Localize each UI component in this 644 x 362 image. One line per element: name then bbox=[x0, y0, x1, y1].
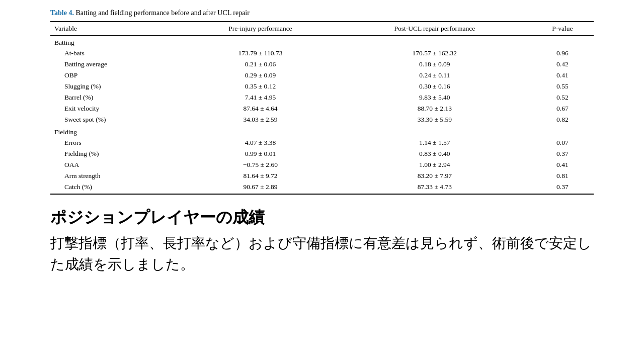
cell-pval: 0.81 bbox=[531, 170, 594, 182]
cell-pre: 87.64 ± 4.64 bbox=[183, 103, 338, 114]
cell-variable: Barrel (%) bbox=[50, 92, 183, 103]
cell-post: 9.83 ± 5.40 bbox=[338, 92, 531, 103]
col-variable: Variable bbox=[50, 22, 183, 36]
cell-pre: 173.79 ± 110.73 bbox=[183, 48, 338, 59]
cell-variable: Errors bbox=[50, 137, 183, 148]
table-row: OAA−0.75 ± 2.601.00 ± 2.940.41 bbox=[50, 159, 594, 170]
performance-table: Variable Pre-injury performance Post-UCL… bbox=[50, 21, 594, 195]
table-row: OBP0.29 ± 0.090.24 ± 0.110.41 bbox=[50, 70, 594, 81]
japanese-title: ポジションプレイヤーの成績 bbox=[50, 207, 594, 229]
cell-pval: 0.37 bbox=[531, 182, 594, 194]
japanese-section: ポジションプレイヤーの成績 打撃指標（打率、長打率など）および守備指標に有意差は… bbox=[50, 207, 594, 275]
table-label: Table 4. bbox=[50, 9, 74, 17]
section-label: Fielding bbox=[50, 125, 594, 137]
cell-pre: 81.64 ± 9.72 bbox=[183, 170, 338, 182]
table-caption: Table 4. Batting and fielding performanc… bbox=[50, 9, 594, 17]
table-row: Catch (%)90.67 ± 2.8987.33 ± 4.730.37 bbox=[50, 182, 594, 194]
table-row: Barrel (%)7.41 ± 4.959.83 ± 5.400.52 bbox=[50, 92, 594, 103]
cell-variable: Fielding (%) bbox=[50, 148, 183, 159]
cell-pre: 7.41 ± 4.95 bbox=[183, 92, 338, 103]
cell-post: 83.20 ± 7.97 bbox=[338, 170, 531, 182]
table-row: Errors4.07 ± 3.381.14 ± 1.570.07 bbox=[50, 137, 594, 148]
cell-pval: 0.52 bbox=[531, 92, 594, 103]
cell-pre: −0.75 ± 2.60 bbox=[183, 159, 338, 170]
table-row: Slugging (%)0.35 ± 0.120.30 ± 0.160.55 bbox=[50, 81, 594, 92]
table-row: Fielding (%)0.99 ± 0.010.83 ± 0.400.37 bbox=[50, 148, 594, 159]
cell-pre: 0.35 ± 0.12 bbox=[183, 81, 338, 92]
cell-post: 0.18 ± 0.09 bbox=[338, 59, 531, 70]
cell-pval: 0.55 bbox=[531, 81, 594, 92]
cell-pval: 0.37 bbox=[531, 148, 594, 159]
col-post: Post-UCL repair performance bbox=[338, 22, 531, 36]
cell-post: 0.83 ± 0.40 bbox=[338, 148, 531, 159]
cell-pre: 0.21 ± 0.06 bbox=[183, 59, 338, 70]
cell-pre: 0.99 ± 0.01 bbox=[183, 148, 338, 159]
cell-variable: OBP bbox=[50, 70, 183, 81]
col-pre: Pre-injury performance bbox=[183, 22, 338, 36]
cell-post: 0.24 ± 0.11 bbox=[338, 70, 531, 81]
table-row: Exit velocity87.64 ± 4.6488.70 ± 2.130.6… bbox=[50, 103, 594, 114]
cell-post: 1.00 ± 2.94 bbox=[338, 159, 531, 170]
cell-pre: 90.67 ± 2.89 bbox=[183, 182, 338, 194]
page-container: Table 4. Batting and fielding performanc… bbox=[0, 0, 644, 362]
caption-text: Batting and fielding performance before … bbox=[74, 9, 250, 17]
cell-pval: 0.96 bbox=[531, 48, 594, 59]
table-row: At-bats173.79 ± 110.73170.57 ± 162.320.9… bbox=[50, 48, 594, 59]
cell-variable: Slugging (%) bbox=[50, 81, 183, 92]
table-row: Batting average0.21 ± 0.060.18 ± 0.090.4… bbox=[50, 59, 594, 70]
cell-post: 170.57 ± 162.32 bbox=[338, 48, 531, 59]
cell-variable: OAA bbox=[50, 159, 183, 170]
cell-pre: 4.07 ± 3.38 bbox=[183, 137, 338, 148]
cell-post: 87.33 ± 4.73 bbox=[338, 182, 531, 194]
cell-post: 0.30 ± 0.16 bbox=[338, 81, 531, 92]
cell-variable: Arm strength bbox=[50, 170, 183, 182]
col-pval: P-value bbox=[531, 22, 594, 36]
cell-variable: Sweet spot (%) bbox=[50, 114, 183, 125]
section-label: Batting bbox=[50, 36, 594, 48]
cell-variable: Batting average bbox=[50, 59, 183, 70]
japanese-body: 打撃指標（打率、長打率など）および守備指標に有意差は見られず、術前後で安定した成… bbox=[50, 233, 594, 275]
cell-pval: 0.07 bbox=[531, 137, 594, 148]
cell-pval: 0.41 bbox=[531, 70, 594, 81]
table-header-row: Variable Pre-injury performance Post-UCL… bbox=[50, 22, 594, 36]
section-header-batting: Batting bbox=[50, 36, 594, 48]
cell-pval: 0.41 bbox=[531, 159, 594, 170]
cell-variable: Exit velocity bbox=[50, 103, 183, 114]
section-header-fielding: Fielding bbox=[50, 125, 594, 137]
cell-pval: 0.67 bbox=[531, 103, 594, 114]
cell-variable: Catch (%) bbox=[50, 182, 183, 194]
cell-pval: 0.82 bbox=[531, 114, 594, 125]
cell-post: 88.70 ± 2.13 bbox=[338, 103, 531, 114]
table-row: Sweet spot (%)34.03 ± 2.5933.30 ± 5.590.… bbox=[50, 114, 594, 125]
table-row: Arm strength81.64 ± 9.7283.20 ± 7.970.81 bbox=[50, 170, 594, 182]
cell-pre: 34.03 ± 2.59 bbox=[183, 114, 338, 125]
cell-pre: 0.29 ± 0.09 bbox=[183, 70, 338, 81]
cell-pval: 0.42 bbox=[531, 59, 594, 70]
cell-variable: At-bats bbox=[50, 48, 183, 59]
cell-post: 33.30 ± 5.59 bbox=[338, 114, 531, 125]
cell-post: 1.14 ± 1.57 bbox=[338, 137, 531, 148]
